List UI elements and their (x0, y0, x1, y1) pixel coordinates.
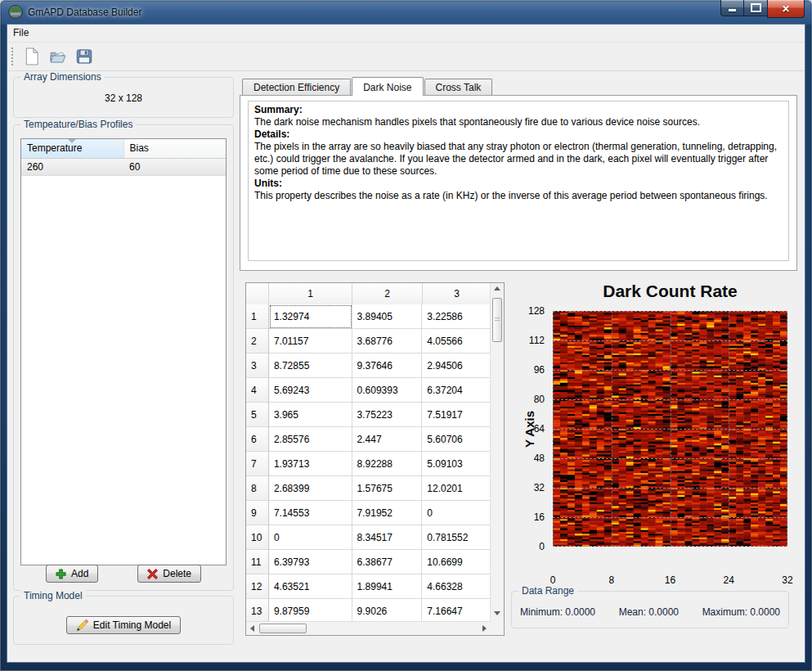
data-table-row: 71.937138.922885.09103 (246, 452, 491, 476)
y-axis-label: Y Axis (523, 311, 536, 547)
data-table-cell[interactable]: 1.89941 (352, 574, 423, 599)
profiles-table-cell[interactable]: 60 (123, 159, 226, 175)
scroll-down-arrow[interactable] (494, 611, 500, 615)
data-table-cell[interactable]: 5.09103 (422, 452, 491, 476)
data-table-cell[interactable]: 1.93713 (269, 452, 352, 476)
data-table-cell[interactable]: 9.9026 (352, 599, 423, 622)
profiles-column-bias[interactable]: Bias (124, 139, 227, 158)
data-table-cell[interactable]: 5.69243 (269, 378, 352, 403)
info-section-heading: Units: (254, 178, 783, 190)
data-table-cell[interactable]: 7.14553 (269, 501, 352, 525)
data-table[interactable]: 123 11.329743.894053.2258627.011573.6877… (245, 282, 505, 636)
data-table-cell[interactable]: 9.87959 (269, 599, 352, 622)
data-table-cell[interactable]: 8.72855 (269, 354, 352, 378)
data-table-row-header[interactable]: 2 (246, 329, 269, 354)
scroll-right-arrow[interactable] (482, 625, 487, 632)
profiles-column-temperature[interactable]: Temperature (21, 139, 124, 158)
data-table-row: 27.011573.687764.05566 (246, 329, 491, 354)
data-table-column-header[interactable]: 1 (269, 283, 352, 304)
window-title: GmAPD Database Builder (28, 7, 141, 18)
app-window: GmAPD Database Builder ✕ File (0, 0, 812, 671)
data-table-cell[interactable]: 4.05566 (422, 329, 491, 354)
scroll-up-arrow[interactable] (494, 286, 500, 290)
toolbar-grip-handle[interactable] (11, 47, 15, 66)
title-bar[interactable]: GmAPD Database Builder ✕ (0, 0, 812, 25)
horizontal-scroll-thumb[interactable] (259, 624, 307, 633)
data-table-row-header[interactable]: 3 (246, 354, 269, 378)
data-table-row-header[interactable]: 8 (246, 476, 269, 501)
data-table-row-header[interactable]: 11 (246, 550, 269, 574)
data-table-cell[interactable]: 0.609393 (352, 378, 423, 403)
new-file-button[interactable] (19, 44, 45, 69)
menu-item-file[interactable]: File (7, 25, 34, 41)
profiles-table-row[interactable]: 26060 (21, 159, 226, 176)
data-table-cell[interactable]: 6.37204 (422, 378, 491, 403)
data-table-cell[interactable]: 0.781552 (422, 525, 491, 550)
data-table-cell[interactable]: 2.94506 (422, 354, 491, 378)
data-table-row: 82.683991.5767512.0201 (246, 476, 491, 501)
tab-detection-efficiency[interactable]: Detection Efficiency (242, 79, 351, 96)
data-table-cell[interactable]: 1.32974 (269, 304, 352, 329)
data-table-cell[interactable]: 2.447 (352, 427, 423, 452)
data-table-cell[interactable]: 0 (422, 501, 491, 525)
data-table-row-header[interactable]: 9 (246, 501, 269, 525)
data-table-row: 116.397936.3867710.6699 (246, 550, 491, 574)
maximize-button[interactable] (744, 0, 767, 16)
data-table-cell[interactable]: 4.66328 (422, 574, 491, 599)
data-table-row-header[interactable]: 12 (246, 574, 269, 599)
data-table-cell[interactable]: 2.85576 (269, 427, 352, 452)
data-table-row-header[interactable]: 1 (246, 304, 269, 329)
vertical-scrollbar[interactable] (490, 283, 504, 622)
data-table-cell[interactable]: 3.75223 (352, 403, 423, 427)
data-table-cell[interactable]: 1.57675 (352, 476, 423, 501)
data-table-row-header[interactable]: 13 (246, 599, 269, 622)
data-table-cell[interactable]: 7.16647 (422, 599, 491, 622)
data-table-corner[interactable] (246, 283, 269, 304)
data-table-cell[interactable]: 6.39793 (269, 550, 352, 574)
save-file-button[interactable] (71, 44, 97, 69)
data-table-cell[interactable]: 3.68776 (352, 329, 423, 354)
maximum-value-label: Maximum: 0.0000 (702, 606, 780, 618)
data-table-row: 97.145537.919520 (246, 501, 491, 525)
minimize-button[interactable] (720, 0, 744, 16)
horizontal-scrollbar[interactable] (246, 621, 491, 635)
data-table-row-header[interactable]: 10 (246, 525, 269, 550)
open-file-button[interactable] (45, 44, 71, 69)
tab-dark-noise[interactable]: Dark Noise (352, 77, 423, 96)
data-table-column-header[interactable]: 3 (423, 283, 491, 304)
data-table-cell[interactable]: 12.0201 (422, 476, 491, 501)
info-panel: Summary:The dark noise mechanism handles… (248, 101, 789, 261)
add-button[interactable]: Add (46, 565, 98, 583)
data-table-cell[interactable]: 7.01157 (269, 329, 352, 354)
data-table-cell[interactable]: 3.965 (269, 403, 352, 427)
data-table-row-header[interactable]: 7 (246, 452, 269, 476)
data-table-column-header[interactable]: 2 (352, 283, 423, 304)
data-table-cell[interactable]: 3.89405 (352, 304, 423, 329)
data-table-cell[interactable]: 10.6699 (422, 550, 491, 574)
profiles-table[interactable]: TemperatureBias 26060 (20, 138, 227, 565)
tab-cross-talk[interactable]: Cross Talk (424, 79, 493, 96)
data-table-cell[interactable]: 3.22586 (422, 304, 491, 329)
data-table-cell[interactable]: 0 (269, 525, 352, 550)
data-table-cell[interactable]: 7.91952 (352, 501, 423, 525)
delete-button[interactable]: Delete (137, 565, 201, 583)
profiles-table-header: TemperatureBias (21, 139, 226, 159)
data-table-body: 11.329743.894053.2258627.011573.687764.0… (246, 304, 491, 622)
data-table-cell[interactable]: 8.34517 (352, 525, 423, 550)
data-table-row-header[interactable]: 5 (246, 403, 269, 427)
data-table-cell[interactable]: 6.38677 (352, 550, 423, 574)
data-table-row-header[interactable]: 6 (246, 427, 269, 452)
data-table-cell[interactable]: 7.51917 (422, 403, 491, 427)
y-tick-label: 0 (539, 541, 545, 552)
edit-timing-model-button[interactable]: Edit Timing Model (66, 616, 181, 634)
vertical-scroll-thumb[interactable] (492, 298, 502, 342)
scroll-left-arrow[interactable] (250, 625, 254, 632)
data-table-cell[interactable]: 2.68399 (269, 476, 352, 501)
data-table-row-header[interactable]: 4 (246, 378, 269, 403)
data-table-cell[interactable]: 4.63521 (269, 574, 352, 599)
close-button[interactable]: ✕ (767, 0, 805, 18)
data-table-cell[interactable]: 9.37646 (352, 354, 423, 378)
data-table-cell[interactable]: 8.92288 (352, 452, 423, 476)
data-table-cell[interactable]: 5.60706 (422, 427, 491, 452)
profiles-table-cell[interactable]: 260 (21, 159, 123, 175)
